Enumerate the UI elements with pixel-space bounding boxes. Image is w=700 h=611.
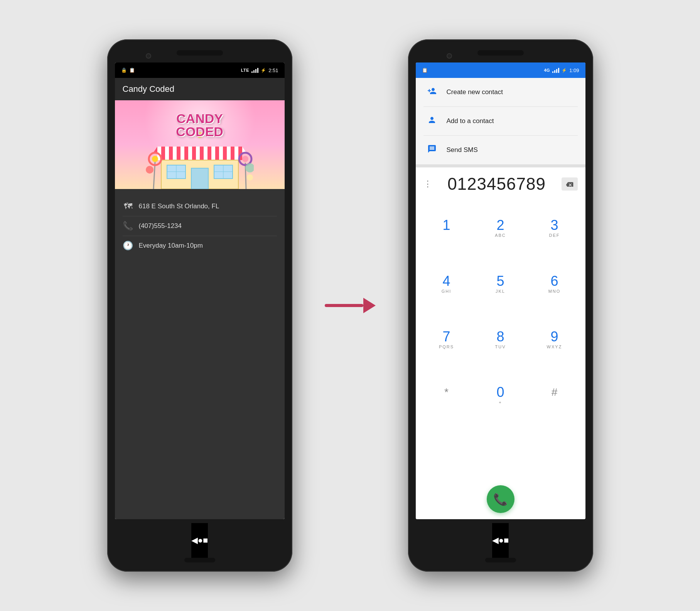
battery-icon-1: ⚡ — [261, 68, 266, 73]
person-add-icon — [427, 86, 437, 98]
call-button[interactable]: 📞 — [487, 485, 514, 513]
status-left-1: 🔒 📋 — [121, 68, 135, 73]
create-contact-item[interactable]: Create new contact — [416, 78, 585, 106]
call-btn-row: 📞 — [416, 479, 585, 519]
address-text: 618 E South St Orlando, FL — [139, 203, 219, 210]
camera-dot — [146, 53, 151, 59]
battery-bolt-2: ⚡ — [562, 68, 567, 73]
dial-number-row: ⋮ 0123456789 — [416, 167, 585, 201]
call-phone-icon: 📞 — [493, 493, 508, 506]
home-button-1[interactable]: ● — [198, 535, 203, 545]
bottom-nub-1 — [184, 558, 215, 562]
key-7[interactable]: 7 PQRS — [420, 312, 474, 368]
store-svg — [146, 131, 254, 189]
add-contact-label: Add to a contact — [447, 117, 494, 125]
speaker — [177, 50, 223, 56]
transition-arrow — [323, 298, 377, 313]
dial-delete-button[interactable] — [562, 177, 578, 191]
battery-bolt-1: ⚡ — [261, 68, 266, 73]
key-0[interactable]: 0 + — [474, 368, 528, 423]
key-hash[interactable]: # — [528, 368, 582, 423]
message-icon — [427, 144, 437, 156]
key-letters-4: GHI — [442, 289, 452, 294]
svg-point-19 — [146, 166, 153, 174]
key-8[interactable]: 8 TUV — [474, 312, 528, 368]
recent-button-1[interactable]: ■ — [203, 535, 208, 545]
phone-1-screen: 🔒 📋 LTE ⚡ 2:51 Candy Coded — [115, 62, 285, 519]
bottom-nub-2 — [485, 558, 516, 562]
back-button-1[interactable]: ◀ — [191, 535, 198, 545]
signal-bars-2 — [552, 68, 559, 73]
key-num-8: 8 — [496, 330, 504, 344]
4g-badge: 4G — [544, 68, 550, 73]
key-5[interactable]: 5 JKL — [474, 256, 528, 312]
candy-logo: CANDY CODED — [176, 112, 223, 138]
nav-bar-1: ◀ ● ■ — [191, 523, 208, 558]
send-sms-item[interactable]: Send SMS — [416, 136, 585, 164]
key-letters-3: DEF — [549, 233, 560, 238]
svg-rect-12 — [191, 168, 208, 189]
key-num-1: 1 — [442, 218, 450, 232]
key-2[interactable]: 2 ABC — [474, 201, 528, 256]
arrow-line — [325, 304, 363, 307]
hours-row: 🕐 Everyday 10am-10pm — [123, 236, 277, 255]
clock-icon: 🕐 — [123, 241, 133, 251]
key-num-9: 9 — [550, 330, 558, 344]
phone-2: 📋 4G ⚡ 1:09 — [408, 39, 593, 572]
key-letters-0: + — [499, 400, 502, 405]
key-6[interactable]: 6 MNO — [528, 256, 582, 312]
key-letters-5: JKL — [496, 289, 505, 294]
create-contact-label: Create new contact — [447, 88, 503, 96]
arrow-head — [363, 298, 376, 313]
map-icon: 🗺 — [123, 201, 133, 211]
lte-badge: LTE — [241, 68, 249, 73]
candy-logo-line1: CANDY — [176, 112, 223, 125]
hours-text: Everyday 10am-10pm — [139, 242, 203, 250]
key-sym-hash: # — [552, 386, 558, 398]
key-1[interactable]: 1 — [420, 201, 474, 256]
key-letters-9: WXYZ — [547, 344, 562, 350]
add-contact-item[interactable]: Add to a contact — [416, 107, 585, 135]
person-icon — [427, 115, 437, 127]
key-letters-8: TUV — [495, 344, 506, 350]
key-letters-2: ABC — [495, 233, 506, 238]
key-letters-6: MNO — [548, 289, 561, 294]
phone-text: (407)555-1234 — [139, 222, 182, 230]
key-letters-7: PQRS — [439, 344, 454, 350]
status-left-2: 📋 — [422, 68, 428, 73]
dialer: ⋮ 0123456789 1 2 ABC — [416, 167, 585, 519]
key-num-7: 7 — [442, 330, 450, 344]
candy-store-image: CANDY CODED — [115, 100, 285, 189]
address-row: 🗺 618 E South St Orlando, FL — [123, 197, 277, 216]
back-button-2[interactable]: ◀ — [492, 535, 499, 545]
key-9[interactable]: 9 WXYZ — [528, 312, 582, 368]
key-3[interactable]: 3 DEF — [528, 201, 582, 256]
phone-2-screen: 📋 4G ⚡ 1:09 — [416, 62, 585, 519]
nav-bar-2: ◀ ● ■ — [492, 523, 509, 558]
key-num-4: 4 — [442, 274, 450, 288]
app-title: Candy Coded — [123, 84, 175, 94]
home-button-2[interactable]: ● — [499, 535, 504, 545]
status-right-1: LTE ⚡ 2:51 — [241, 68, 278, 73]
key-4[interactable]: 4 GHI — [420, 256, 474, 312]
speaker-2 — [477, 50, 524, 56]
status-bar-2: 📋 4G ⚡ 1:09 — [416, 62, 585, 78]
app-content: 🗺 618 E South St Orlando, FL 📞 (407)555-… — [115, 189, 285, 519]
dial-options-icon[interactable]: ⋮ — [423, 179, 432, 189]
candy-logo-line2: CODED — [176, 125, 223, 138]
key-num-0: 0 — [496, 385, 504, 399]
key-sym-star: * — [444, 386, 449, 398]
phone-1: 🔒 📋 LTE ⚡ 2:51 Candy Coded — [107, 39, 292, 572]
key-star[interactable]: * — [420, 368, 474, 423]
recent-button-2[interactable]: ■ — [504, 535, 509, 545]
phone-row[interactable]: 📞 (407)555-1234 — [123, 216, 277, 236]
battery-icon-2: ⚡ — [562, 68, 567, 73]
time-2: 1:09 — [569, 68, 579, 73]
contact-menu: Create new contact Add to a contact — [416, 78, 585, 164]
svg-point-21 — [247, 174, 253, 181]
keypad: 1 2 ABC 3 DEF 4 GHI — [416, 201, 585, 479]
key-num-2: 2 — [496, 218, 504, 232]
signal-bars-1 — [251, 68, 258, 73]
key-num-3: 3 — [550, 218, 558, 232]
svg-line-13 — [153, 162, 155, 189]
